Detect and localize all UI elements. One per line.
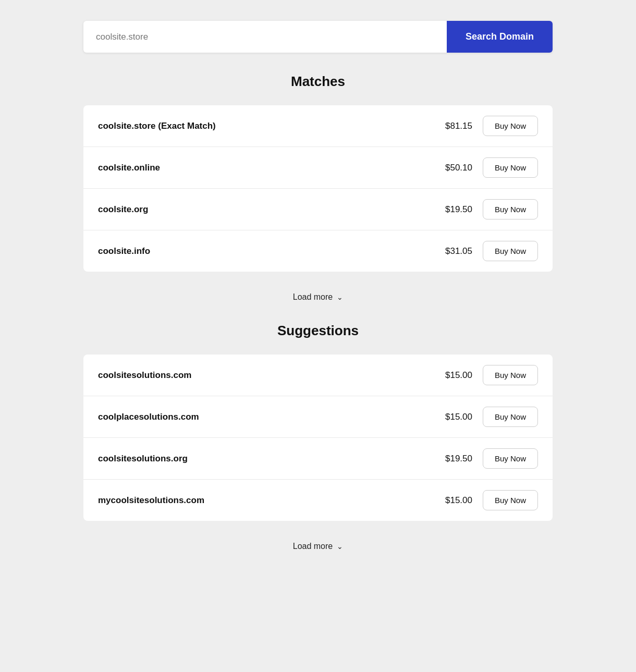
domain-right: $31.05 Buy Now <box>436 241 538 261</box>
domain-price: $15.00 <box>436 495 472 506</box>
domain-right: $15.00 Buy Now <box>436 407 538 427</box>
domain-right: $19.50 Buy Now <box>436 448 538 469</box>
domain-name: coolsite.store (Exact Match) <box>98 121 216 131</box>
table-row: coolplacesolutions.com $15.00 Buy Now <box>83 396 553 438</box>
table-row: coolsitesolutions.com $15.00 Buy Now <box>83 355 553 396</box>
buy-now-button[interactable]: Buy Now <box>483 365 538 385</box>
matches-load-more-button[interactable]: Load more ⌄ <box>293 292 344 302</box>
table-row: mycoolsitesolutions.com $15.00 Buy Now <box>83 480 553 521</box>
buy-now-button[interactable]: Buy Now <box>483 490 538 510</box>
domain-name: coolsitesolutions.com <box>98 370 191 381</box>
domain-right: $50.10 Buy Now <box>436 157 538 178</box>
domain-price: $31.05 <box>436 246 472 256</box>
suggestions-title: Suggestions <box>277 323 359 339</box>
table-row: coolsite.info $31.05 Buy Now <box>83 230 553 272</box>
chevron-down-icon: ⌄ <box>337 293 343 301</box>
search-domain-button[interactable]: Search Domain <box>447 21 553 53</box>
matches-load-more-container: Load more ⌄ <box>83 282 553 323</box>
table-row: coolsite.store (Exact Match) $81.15 Buy … <box>83 105 553 147</box>
table-row: coolsite.org $19.50 Buy Now <box>83 189 553 230</box>
domain-right: $15.00 Buy Now <box>436 490 538 510</box>
domain-price: $19.50 <box>436 204 472 215</box>
buy-now-button[interactable]: Buy Now <box>483 199 538 219</box>
page-container: Search Domain Matches coolsite.store (Ex… <box>83 21 553 651</box>
matches-load-more-label: Load more <box>293 292 333 302</box>
domain-price: $15.00 <box>436 370 472 381</box>
table-row: coolsitesolutions.org $19.50 Buy Now <box>83 438 553 480</box>
buy-now-button[interactable]: Buy Now <box>483 116 538 136</box>
suggestions-section: Suggestions coolsitesolutions.com $15.00… <box>83 323 553 572</box>
domain-name: mycoolsitesolutions.com <box>98 495 204 506</box>
chevron-down-icon: ⌄ <box>337 542 343 551</box>
matches-list: coolsite.store (Exact Match) $81.15 Buy … <box>83 105 553 272</box>
buy-now-button[interactable]: Buy Now <box>483 241 538 261</box>
suggestions-load-more-button[interactable]: Load more ⌄ <box>293 542 344 551</box>
domain-name: coolsitesolutions.org <box>98 454 188 464</box>
domain-price: $19.50 <box>436 454 472 464</box>
domain-right: $15.00 Buy Now <box>436 365 538 385</box>
buy-now-button[interactable]: Buy Now <box>483 157 538 178</box>
buy-now-button[interactable]: Buy Now <box>483 407 538 427</box>
domain-name: coolsite.online <box>98 163 160 173</box>
domain-price: $15.00 <box>436 412 472 422</box>
search-bar: Search Domain <box>83 21 553 53</box>
matches-title: Matches <box>291 74 345 90</box>
matches-section: Matches coolsite.store (Exact Match) $81… <box>83 74 553 323</box>
domain-right: $19.50 Buy Now <box>436 199 538 219</box>
domain-price: $50.10 <box>436 163 472 173</box>
domain-right: $81.15 Buy Now <box>436 116 538 136</box>
suggestions-list: coolsitesolutions.com $15.00 Buy Now coo… <box>83 355 553 521</box>
search-input[interactable] <box>83 21 447 53</box>
domain-name: coolsite.info <box>98 246 150 256</box>
table-row: coolsite.online $50.10 Buy Now <box>83 147 553 189</box>
domain-name: coolsite.org <box>98 204 148 215</box>
domain-price: $81.15 <box>436 121 472 131</box>
buy-now-button[interactable]: Buy Now <box>483 448 538 469</box>
suggestions-load-more-container: Load more ⌄ <box>83 531 553 572</box>
domain-name: coolplacesolutions.com <box>98 412 199 422</box>
suggestions-load-more-label: Load more <box>293 542 333 551</box>
